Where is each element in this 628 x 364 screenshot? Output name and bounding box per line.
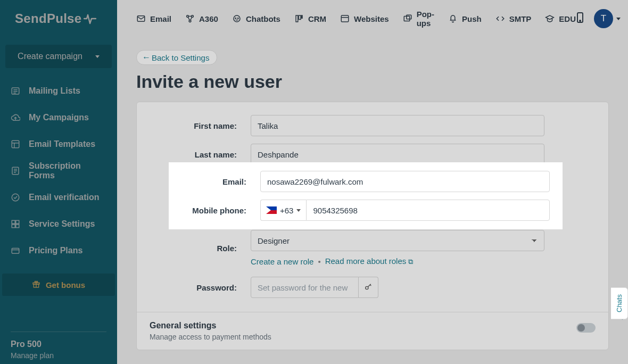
nav-label: EDU	[559, 14, 576, 23]
row-role: Role: Designer Create a new role • Read …	[137, 230, 608, 266]
svg-point-16	[235, 18, 236, 19]
external-link-icon: ⧉	[408, 258, 413, 266]
sidebar-item-email-verification[interactable]: Email verification	[0, 184, 117, 211]
sidebar-item-label: Service Settings	[29, 219, 95, 229]
sidebar-item-mailing-lists[interactable]: Mailing Lists	[0, 78, 117, 104]
manage-plan-link[interactable]: Manage plan	[11, 351, 106, 360]
chatbot-icon	[232, 14, 242, 23]
svg-point-17	[237, 18, 238, 19]
chevron-down-icon	[616, 18, 621, 20]
bell-icon	[448, 14, 458, 23]
brand-logo: SendPulse	[0, 0, 117, 37]
sidebar-item-my-campaigns[interactable]: My Campaigns	[0, 104, 117, 131]
form-icon	[11, 166, 20, 176]
row-last-name: Last name:	[137, 144, 608, 165]
nav-email[interactable]: Email	[136, 14, 171, 23]
phone-input[interactable]	[306, 200, 550, 221]
chevron-down-icon	[296, 209, 301, 212]
create-campaign-button[interactable]: Create campaign	[5, 45, 112, 68]
separator-dot: •	[318, 257, 320, 266]
svg-point-15	[234, 15, 240, 22]
svg-rect-21	[341, 15, 349, 22]
nav-popups[interactable]: Pop-ups	[403, 10, 434, 28]
nav-label: Pop-ups	[417, 10, 434, 28]
password-label: Password:	[150, 283, 251, 292]
password-input[interactable]	[251, 277, 359, 298]
sidebar-item-subscription-forms[interactable]: Subscription Forms	[0, 158, 117, 184]
sidebar-item-service-settings[interactable]: Service Settings	[0, 211, 117, 237]
nav-push[interactable]: Push	[448, 14, 482, 23]
kanban-icon	[294, 14, 304, 23]
svg-point-25	[580, 20, 581, 21]
last-name-label: Last name:	[150, 150, 251, 159]
chats-label: Chats	[615, 294, 623, 312]
automation-icon	[185, 14, 195, 23]
create-role-link[interactable]: Create a new role	[251, 257, 313, 266]
gift-icon	[32, 280, 40, 290]
nav-label: Chatbots	[246, 14, 280, 23]
svg-rect-5	[16, 220, 19, 224]
page-title: Invite a new user	[136, 71, 609, 92]
email-label: Email:	[181, 177, 260, 186]
brand-name: SendPulse	[15, 11, 81, 26]
nav-websites[interactable]: Websites	[340, 14, 389, 23]
account-menu[interactable]: T	[594, 9, 621, 28]
avatar: T	[594, 9, 613, 28]
svg-rect-7	[16, 225, 19, 228]
nav-edu[interactable]: EDU	[545, 14, 576, 23]
svg-rect-4	[12, 220, 15, 224]
popup-icon	[403, 14, 412, 23]
general-settings-section: General settings Manage access to paymen…	[137, 312, 608, 350]
last-name-input[interactable]	[251, 144, 544, 165]
role-label: Role:	[150, 244, 251, 253]
browser-icon	[340, 14, 350, 23]
chevron-down-icon	[95, 55, 100, 58]
cloud-upload-icon	[11, 113, 20, 122]
nav-a360[interactable]: A360	[185, 14, 218, 23]
nav-label: Push	[462, 14, 482, 23]
generate-password-button[interactable]	[359, 277, 378, 298]
grid-icon	[11, 219, 20, 229]
svg-rect-19	[299, 15, 301, 20]
email-input[interactable]	[260, 171, 550, 192]
nav-label: A360	[199, 14, 218, 23]
nav-crm[interactable]: CRM	[294, 14, 326, 23]
nav-smtp[interactable]: SMTP	[495, 14, 532, 23]
plan-block: Pro 500 Manage plan	[11, 332, 106, 360]
svg-point-26	[366, 286, 368, 289]
sidebar-item-label: Subscription Forms	[29, 161, 106, 180]
flag-ph-icon	[266, 206, 277, 214]
payment-access-toggle[interactable]	[576, 323, 596, 333]
get-bonus-button[interactable]: Get bonus	[2, 274, 115, 296]
device-icon[interactable]	[576, 12, 584, 26]
topbar-right: T	[576, 9, 621, 28]
phone-country-selector[interactable]: +63	[260, 200, 306, 221]
nav-label: CRM	[308, 14, 326, 23]
top-nav: Email A360 Chatbots CRM Websites Pop-ups…	[136, 10, 576, 28]
row-mobile: Mobile phone: +63	[169, 200, 563, 221]
role-select[interactable]: Designer	[251, 230, 544, 251]
mobile-label: Mobile phone:	[181, 206, 260, 215]
sidebar-item-label: Email Templates	[29, 139, 95, 149]
svg-rect-1	[12, 140, 19, 148]
chats-tab[interactable]: Chats	[611, 287, 628, 319]
sidebar-item-label: Pricing Plans	[29, 246, 82, 255]
first-name-input[interactable]	[251, 115, 544, 136]
general-title: General settings	[150, 321, 271, 330]
first-name-label: First name:	[150, 121, 251, 130]
topbar: Email A360 Chatbots CRM Websites Pop-ups…	[117, 0, 628, 37]
sidebar-item-pricing-plans[interactable]: Pricing Plans	[0, 237, 117, 264]
svg-rect-8	[12, 249, 19, 254]
back-to-settings-link[interactable]: ←Back to Settings	[136, 50, 217, 65]
row-password: Password:	[137, 277, 608, 298]
nav-chatbots[interactable]: Chatbots	[232, 14, 280, 23]
read-more-roles-link[interactable]: Read more about roles⧉	[325, 257, 414, 266]
sidebar-item-label: Mailing Lists	[29, 86, 80, 96]
svg-rect-20	[301, 15, 302, 18]
bonus-label: Get bonus	[46, 280, 85, 289]
code-icon	[495, 14, 505, 23]
phone-code: +63	[280, 206, 293, 215]
row-first-name: First name:	[137, 115, 608, 136]
highlight-strip: Email: Mobile phone: +63	[169, 162, 563, 229]
sidebar-item-email-templates[interactable]: Email Templates	[0, 131, 117, 158]
